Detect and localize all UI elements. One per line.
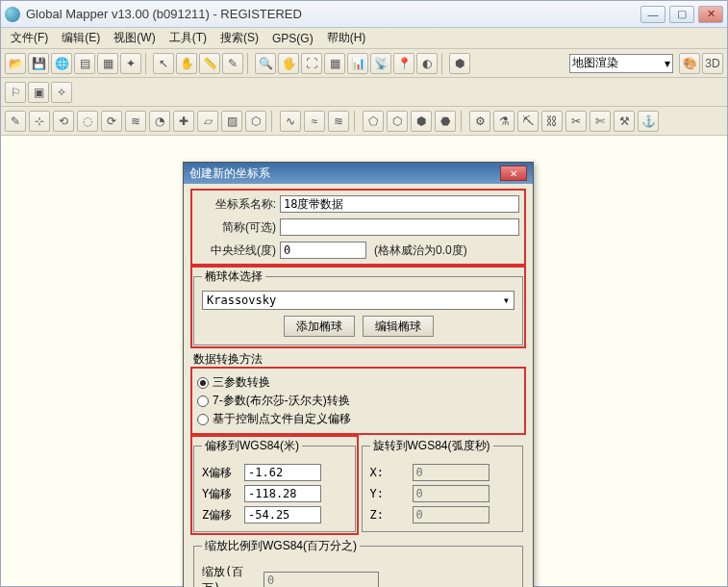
z-offset-input[interactable]: -54.25 (244, 506, 321, 523)
menu-tools[interactable]: 工具(T) (163, 28, 213, 48)
toolbar-3: ✎⊹⟲◌⟳≋◔✚▱▨⬡ ∿≈≋ ⬠⬡⬢⬣ ⚙⚗⛏⛓✂✄⚒⚓ (1, 107, 727, 136)
other-icon[interactable]: ◐ (416, 53, 438, 74)
abbr-label: 简称(可选) (197, 219, 276, 236)
open-icon[interactable]: 📂 (5, 53, 26, 74)
t-icon[interactable]: ⚗ (493, 111, 515, 132)
t-icon[interactable]: ⬡ (245, 111, 266, 132)
extent-icon[interactable]: ⛶ (301, 53, 322, 74)
separator (271, 111, 275, 132)
t-icon[interactable]: ⟳ (101, 111, 122, 132)
t-icon[interactable]: ⚓ (638, 111, 659, 132)
close-button[interactable]: ✕ (698, 6, 723, 23)
layers-icon[interactable]: ▤ (74, 53, 95, 74)
add-ellipsoid-button[interactable]: 添加椭球 (284, 316, 355, 337)
globe-icon[interactable]: 🌐 (51, 53, 72, 74)
scale-legend: 缩放比例到WGS84(百万分之) (202, 538, 360, 554)
t-icon[interactable]: ✄ (590, 111, 611, 132)
name-label: 坐标系名称: (197, 196, 276, 213)
flag-icon[interactable]: ⚐ (5, 82, 26, 103)
draw-icon[interactable]: ✎ (5, 111, 26, 132)
t-icon[interactable]: ▱ (197, 111, 218, 132)
t-icon[interactable]: ⊹ (29, 111, 50, 132)
toolbar-2: ⚐ ▣ ✧ (1, 78, 727, 107)
t-icon[interactable]: ∿ (280, 111, 301, 132)
gps-icon[interactable]: 📍 (393, 53, 414, 74)
x-offset-input[interactable]: -1.62 (244, 464, 321, 481)
t-icon[interactable]: ⛏ (517, 111, 539, 132)
radio-icon (197, 414, 209, 425)
y-offset-input[interactable]: -118.28 (244, 485, 321, 502)
minimize-button[interactable]: — (640, 6, 665, 23)
zoom-icon[interactable]: 🔍 (255, 53, 276, 74)
t-icon[interactable]: ⬣ (435, 111, 456, 132)
color-icon[interactable]: 🎨 (679, 53, 700, 74)
t-icon[interactable]: ≈ (304, 111, 325, 132)
pan-icon[interactable]: 🖐 (278, 53, 299, 74)
t-icon[interactable]: ≋ (125, 111, 146, 132)
scale-input: 0 (264, 572, 379, 587)
dialog-close-button[interactable]: ✕ (500, 166, 527, 181)
toolbar-1: 📂 💾 🌐 ▤ ▦ ✦ ↖ ✋ 📏 ✎ 🔍 🖐 ⛶ ▦ 📊 📡 📍 ◐ ⬢ 地图… (1, 49, 727, 78)
rx-label: X: (370, 466, 409, 479)
menu-file[interactable]: 文件(F) (5, 28, 54, 48)
t-icon[interactable]: ◌ (77, 111, 98, 132)
cm-label: 中央经线(度) (197, 242, 276, 259)
t-icon[interactable]: ⬢ (411, 111, 432, 132)
window-title: Global Mapper v13.00 (b091211) - REGISTE… (26, 7, 640, 21)
t-icon[interactable]: ≋ (328, 111, 349, 132)
menu-gps[interactable]: GPS(G) (266, 30, 319, 47)
menu-view[interactable]: 视图(W) (108, 28, 161, 48)
misc-icon[interactable]: ⬢ (449, 53, 470, 74)
create-coordsys-dialog: 创建新的坐标系 ✕ 坐标系名称: 18度带数据 简称(可选) 中央经线(度) 0… (183, 162, 534, 587)
app-icon (5, 7, 20, 22)
3d-icon[interactable]: 3D (702, 53, 723, 74)
tool-icon[interactable]: ✦ (120, 53, 141, 74)
t-icon[interactable]: ◔ (149, 111, 170, 132)
separator (247, 53, 251, 74)
hand-icon[interactable]: ✋ (176, 53, 197, 74)
rx-input: 0 (413, 464, 490, 481)
t-icon[interactable]: ⛓ (541, 111, 563, 132)
edit-icon[interactable]: ✎ (222, 53, 243, 74)
t-icon[interactable]: ⚒ (614, 111, 635, 132)
star-icon[interactable]: ✧ (51, 82, 72, 103)
chevron-down-icon: ▾ (503, 294, 510, 307)
abbr-input[interactable] (280, 218, 519, 236)
t-icon[interactable]: ▨ (221, 111, 242, 132)
rotation-group: 旋转到WGS84(弧度秒) X:0 Y:0 Z:0 (362, 438, 524, 532)
separator (461, 111, 464, 132)
t-icon[interactable]: ⬡ (387, 111, 408, 132)
grid-icon[interactable]: ▦ (324, 53, 345, 74)
menubar: 文件(F) 编辑(E) 视图(W) 工具(T) 搜索(S) GPS(G) 帮助(… (1, 28, 727, 49)
ellipsoid-select[interactable]: Krassovsky ▾ (202, 291, 515, 310)
cm-hint: (格林威治为0.0度) (374, 242, 467, 259)
t-icon[interactable]: ⟲ (53, 111, 74, 132)
edit-ellipsoid-button[interactable]: 编辑椭球 (363, 316, 434, 337)
offset-group: 偏移到WGS84(米) X偏移-1.62 Y偏移-118.28 Z偏移-54.2… (193, 438, 356, 532)
menu-search[interactable]: 搜索(S) (214, 28, 264, 48)
dialog-titlebar[interactable]: 创建新的坐标系 ✕ (184, 163, 533, 184)
t-icon[interactable]: ✚ (173, 111, 194, 132)
chart-icon[interactable]: 📊 (347, 53, 368, 74)
menu-help[interactable]: 帮助(H) (321, 28, 372, 48)
maprender-select[interactable]: 地图渲染 ▾ (569, 54, 673, 73)
radio-custom[interactable]: 基于控制点文件自定义偏移 (197, 410, 519, 428)
save-icon[interactable]: 💾 (28, 53, 49, 74)
measure-icon[interactable]: 📏 (199, 53, 220, 74)
t-icon[interactable]: ⬠ (363, 111, 384, 132)
radio-3param[interactable]: 三参数转换 (197, 373, 519, 392)
radio-7param[interactable]: 7-参数(布尔莎-沃尔夫)转换 (197, 392, 519, 410)
t-icon[interactable]: ✂ (565, 111, 587, 132)
titlebar[interactable]: Global Mapper v13.00 (b091211) - REGISTE… (1, 1, 727, 28)
maximize-button[interactable]: ▢ (669, 6, 694, 23)
z-offset-label: Z偏移 (202, 507, 240, 523)
rz-input: 0 (413, 506, 490, 523)
name-input[interactable]: 18度带数据 (280, 195, 519, 213)
window-icon[interactable]: ▣ (28, 82, 49, 103)
menu-edit[interactable]: 编辑(E) (56, 28, 106, 48)
arrow-icon[interactable]: ↖ (153, 53, 174, 74)
cm-input[interactable]: 0 (280, 242, 366, 259)
t-icon[interactable]: ⚙ (469, 111, 490, 132)
config-icon[interactable]: ▦ (97, 53, 118, 74)
antenna-icon[interactable]: 📡 (370, 53, 391, 74)
